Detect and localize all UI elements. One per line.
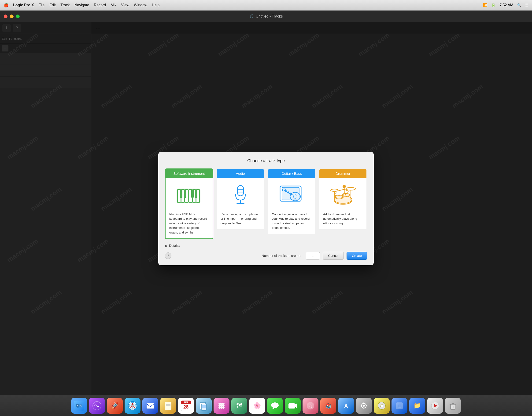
quicktime-icon — [430, 401, 440, 411]
svg-text:🚀: 🚀 — [111, 402, 119, 409]
svg-point-84 — [222, 407, 224, 409]
apple-menu[interactable]: 🍎 — [4, 3, 9, 8]
cancel-button[interactable]: Cancel — [323, 252, 344, 260]
dock-item-sysprefs[interactable] — [356, 398, 372, 414]
svg-text:📁: 📁 — [414, 402, 421, 409]
photos-icon: 🌸 — [252, 401, 262, 411]
wifi-icon: 📶 — [483, 3, 487, 7]
menubar-file[interactable]: File — [39, 3, 45, 7]
track-type-drummer[interactable]: Drummer — [319, 169, 367, 239]
track-type-dialog: Choose a track type Software Instrument — [158, 152, 374, 265]
dock-item-appstore[interactable]: A — [338, 398, 354, 414]
menubar-record[interactable]: Record — [94, 3, 106, 7]
dock-item-maps[interactable]: 🗺 — [231, 398, 247, 414]
drummer-icon — [330, 184, 356, 207]
dock-item-preview[interactable] — [196, 398, 212, 414]
menubar-view[interactable]: View — [121, 3, 129, 7]
trash-icon — [448, 401, 458, 411]
window-title-text: Untitled - Tracks — [256, 14, 283, 19]
itunes-icon: ♫ — [305, 401, 316, 411]
svg-point-34 — [343, 185, 346, 188]
close-button[interactable] — [4, 15, 8, 18]
piano-icon-area — [175, 182, 203, 208]
window-title-bar: 🎵 Untitled - Tracks — [0, 10, 532, 22]
dock-item-disk[interactable] — [374, 398, 390, 414]
svg-rect-8 — [191, 189, 194, 198]
track-types-row: Software Instrument — [165, 169, 367, 239]
svg-rect-62 — [165, 402, 171, 410]
svg-point-104 — [363, 405, 365, 407]
appstore-icon: A — [341, 401, 351, 411]
svg-text:♫: ♫ — [309, 403, 313, 409]
svg-text:📚: 📚 — [325, 403, 332, 409]
launchpad-icon: 🚀 — [110, 401, 120, 411]
dock-item-files[interactable]: 📁 — [409, 398, 425, 414]
svg-text:🗺: 🗺 — [236, 402, 242, 409]
control-center-icon[interactable]: ☰ — [525, 3, 528, 7]
software-instrument-description: Plug in a USB MIDI keyboard to play and … — [169, 212, 209, 235]
maximize-button[interactable] — [16, 15, 20, 18]
daw-area: macmj.com macmj.com macmj.com macmj.com … — [0, 22, 532, 395]
dock-item-finder[interactable] — [71, 398, 87, 414]
sysprefs-icon — [359, 401, 369, 411]
track-type-guitar[interactable]: Guitar / Bass — [267, 169, 316, 239]
menubar-mix[interactable]: Mix — [111, 3, 116, 7]
audio-description: Record using a microphone or line input … — [221, 212, 260, 226]
menubar-right: 📶 🔋 7:52 AM 🔍 ☰ — [483, 3, 528, 7]
menubar-navigate[interactable]: Navigate — [75, 3, 89, 7]
dock-item-quicktime[interactable] — [427, 398, 443, 414]
dock-item-trash[interactable] — [445, 398, 461, 414]
dock-item-photos[interactable]: 🌸 — [249, 398, 265, 414]
minimize-button[interactable] — [10, 15, 14, 18]
system-time: 7:52 AM — [499, 3, 513, 7]
svg-text:28: 28 — [183, 404, 188, 409]
dock-item-books[interactable]: 📚 — [320, 398, 336, 414]
files-icon: 📁 — [412, 401, 422, 411]
dock-item-messages[interactable] — [267, 398, 283, 414]
svg-point-46 — [77, 405, 78, 406]
dock-item-safari[interactable] — [125, 398, 140, 414]
software-instrument-body: Plug in a USB MIDI keyboard to play and … — [165, 178, 213, 239]
dock: 🚀 — [0, 395, 532, 416]
svg-point-31 — [346, 187, 356, 190]
svg-rect-11 — [237, 186, 243, 196]
siri-icon — [92, 401, 102, 411]
messages-icon — [270, 401, 280, 411]
mic-icon-area — [226, 182, 254, 208]
launchpad2-icon — [216, 401, 227, 411]
tracks-count-input[interactable] — [306, 252, 320, 259]
help-button[interactable]: ? — [165, 253, 171, 259]
search-icon[interactable]: 🔍 — [517, 3, 522, 7]
menubar-edit[interactable]: Edit — [49, 3, 56, 7]
svg-rect-7 — [184, 189, 186, 198]
details-row[interactable]: ▶ Details: — [165, 244, 367, 247]
dock-item-mail[interactable] — [142, 398, 158, 414]
dock-item-itunes[interactable]: ♫ — [302, 398, 319, 414]
menubar-logicprox[interactable]: Logic Pro X — [13, 3, 34, 7]
guitar-icon — [278, 184, 306, 207]
svg-point-90 — [271, 402, 279, 408]
track-type-software-instrument[interactable]: Software Instrument — [165, 169, 213, 239]
guitar-description: Connect a guitar or bass to your Mac to … — [272, 212, 311, 230]
svg-point-111 — [380, 404, 383, 407]
dock-item-calendar[interactable]: SEP 28 — [178, 398, 194, 414]
track-type-audio[interactable]: Audio — [216, 169, 265, 239]
dock-item-siri[interactable] — [89, 398, 105, 414]
battery-icon: 🔋 — [491, 3, 496, 7]
guitar-header: Guitar / Bass — [268, 169, 315, 178]
dock-item-launchpad2[interactable] — [213, 398, 230, 414]
menubar-window[interactable]: Window — [134, 3, 147, 7]
guitar-icon-area — [278, 182, 306, 208]
maps-icon: 🗺 — [234, 401, 244, 411]
dock-item-launchpad[interactable]: 🚀 — [107, 398, 123, 414]
dock-item-facetime[interactable] — [285, 398, 301, 414]
audio-body: Record using a microphone or line input … — [217, 178, 264, 229]
create-button[interactable]: Create — [347, 252, 367, 260]
dock-item-notes[interactable] — [160, 398, 176, 414]
details-label: Details: — [169, 244, 180, 247]
menubar-track[interactable]: Track — [60, 3, 69, 7]
menubar-help[interactable]: Help — [152, 3, 160, 7]
dock-item-appstore2[interactable]: ◻ — [392, 398, 407, 414]
svg-text:🌸: 🌸 — [253, 402, 261, 409]
svg-rect-74 — [202, 405, 206, 408]
